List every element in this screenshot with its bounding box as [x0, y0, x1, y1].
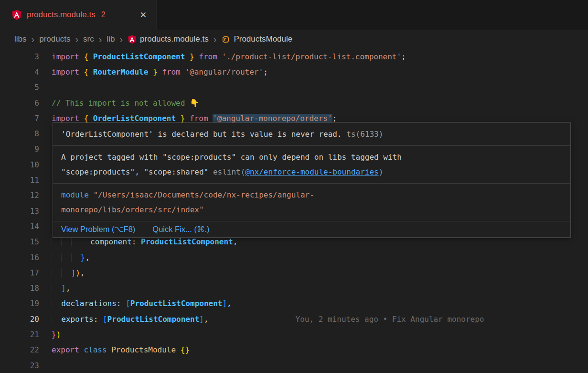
line-number[interactable]: 22	[0, 345, 39, 354]
line-number[interactable]: 4	[0, 67, 39, 77]
module-path-block: module "/Users/isaac/Documents/code/nx-r…	[53, 183, 570, 221]
tab-bar: products.module.ts 2 ✕	[0, 0, 588, 30]
code-text: })	[39, 330, 61, 339]
line-number[interactable]: 7	[0, 114, 39, 123]
line-number[interactable]: 18	[0, 284, 39, 293]
code-line[interactable]: 22export class ProductsModule {}	[0, 342, 588, 358]
module-path-line1: module "/Users/isaac/Documents/code/nx-r…	[61, 187, 562, 202]
code-text: import { OrderListComponent } from '@ang…	[39, 114, 337, 123]
code-line[interactable]: 16 },	[0, 250, 588, 265]
line-number[interactable]: 17	[0, 268, 39, 277]
class-symbol-icon	[221, 35, 230, 44]
code-line[interactable]: 6// This import is not allowed 👇	[0, 95, 588, 110]
diagnostic-text-line2: "scope:products", "scope:shared" eslint(…	[61, 165, 562, 179]
chevron-right-icon: ›	[75, 34, 79, 44]
code-text: ]),	[39, 268, 85, 277]
line-number[interactable]: 20	[0, 315, 39, 324]
code-text: exports: [ProductListComponent],You, 2 m…	[39, 315, 484, 324]
chevron-right-icon: ›	[119, 34, 123, 44]
line-number[interactable]: 10	[0, 160, 39, 169]
line-number[interactable]: 19	[0, 299, 39, 308]
code-text: import { ProductListComponent } from './…	[39, 52, 406, 61]
breadcrumb-item-symbol[interactable]: ProductsModule	[221, 34, 292, 44]
line-number[interactable]: 21	[0, 330, 39, 339]
chevron-right-icon: ›	[31, 34, 35, 44]
code-text: component: ProductListComponent,	[39, 237, 237, 246]
code-text: },	[39, 253, 90, 262]
git-blame-annotation: You, 2 minutes ago • Fix Angular monorep…	[296, 315, 484, 324]
code-editor[interactable]: 3import { ProductListComponent } from '.…	[0, 49, 588, 373]
close-icon[interactable]: ✕	[138, 9, 149, 21]
code-line[interactable]: 17 ]),	[0, 265, 588, 280]
angular-icon	[128, 35, 137, 44]
diagnostic-text: 'OrderListComponent' is declared but its…	[61, 130, 342, 139]
eslint-rule-link[interactable]: @nx/enforce-module-boundaries	[245, 167, 378, 176]
code-line[interactable]: 19 declarations: [ProductListComponent],	[0, 296, 588, 311]
view-problem-button[interactable]: View Problem (⌥F8)	[61, 225, 135, 234]
diagnostic-message-boundaries: A project tagged with "scope:products" c…	[53, 145, 570, 183]
code-line[interactable]: 4import { RouterModule } from '@angular/…	[0, 64, 588, 79]
diagnostic-code: ts(6133)	[342, 130, 384, 139]
line-number[interactable]: 16	[0, 253, 39, 262]
line-number[interactable]: 5	[0, 83, 39, 92]
breadcrumb-item-libs[interactable]: libs	[14, 34, 27, 44]
line-number[interactable]: 6	[0, 99, 39, 108]
diagnostic-message-unused: 'OrderListComponent' is declared but its…	[53, 123, 570, 145]
breadcrumb: libs › products › src › lib › products.m…	[0, 30, 588, 49]
chevron-right-icon: ›	[98, 34, 103, 44]
tab-products-module[interactable]: products.module.ts 2 ✕	[0, 0, 157, 30]
code-text: ],	[39, 284, 71, 293]
breadcrumb-item-lib[interactable]: lib	[107, 34, 115, 44]
tab-problems-badge: 2	[101, 11, 106, 19]
code-text: // This import is not allowed 👇	[39, 99, 199, 108]
hover-widget: 'OrderListComponent' is declared but its…	[53, 122, 571, 238]
line-number[interactable]: 23	[0, 361, 39, 370]
line-number[interactable]: 3	[0, 52, 39, 61]
code-text: export class ProductsModule {}	[39, 345, 190, 354]
chevron-right-icon: ›	[213, 34, 217, 44]
code-text: declarations: [ProductListComponent],	[39, 299, 232, 308]
angular-icon	[11, 10, 22, 20]
breadcrumb-item-file[interactable]: products.module.ts	[128, 34, 209, 44]
code-line[interactable]: 20 exports: [ProductListComponent],You, …	[0, 311, 588, 327]
code-text: import { RouterModule } from '@angular/r…	[39, 67, 268, 77]
code-line[interactable]: 21})	[0, 327, 588, 342]
code-line[interactable]: 18 ],	[0, 280, 588, 296]
line-number[interactable]: 8	[0, 129, 39, 138]
diagnostic-text-line1: A project tagged with "scope:products" c…	[61, 150, 562, 165]
code-line[interactable]: 5	[0, 80, 588, 95]
line-number[interactable]: 12	[0, 191, 39, 200]
tab-title: products.module.ts	[27, 10, 96, 20]
hover-action-bar: View Problem (⌥F8) Quick Fix... (⌘.)	[53, 221, 570, 237]
line-number[interactable]: 14	[0, 222, 39, 231]
line-number[interactable]: 15	[0, 237, 39, 246]
code-line[interactable]: 23	[0, 358, 588, 373]
line-number[interactable]: 11	[0, 176, 39, 185]
line-number[interactable]: 9	[0, 144, 39, 154]
code-line[interactable]: 3import { ProductListComponent } from '.…	[0, 49, 588, 64]
breadcrumb-item-src[interactable]: src	[83, 34, 94, 44]
quick-fix-button[interactable]: Quick Fix... (⌘.)	[152, 225, 209, 234]
module-path-line2: monorepo/libs/orders/src/index"	[61, 202, 562, 217]
breadcrumb-item-products[interactable]: products	[39, 34, 70, 44]
line-number[interactable]: 13	[0, 207, 39, 216]
